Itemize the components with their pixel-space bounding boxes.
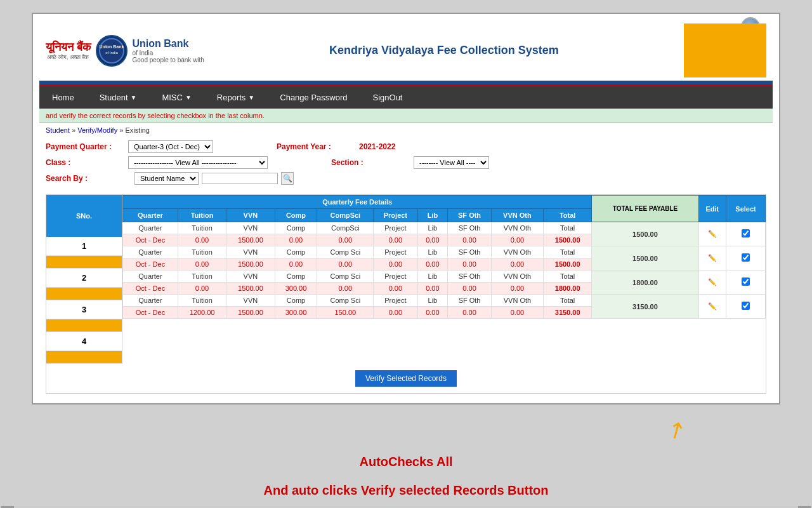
table-row-3-header: Quarter Tuition VVN Comp Comp Sci Projec… [123,271,766,283]
arrow-container: ↗ [0,417,812,443]
edit-icon-2[interactable]: ✏️ [708,254,717,262]
row2-checkbox[interactable] [742,253,750,262]
row1-project: 0.00 [374,234,417,246]
payment-year-label: Payment Year : [277,142,353,151]
nav-change-password[interactable]: Change Password [267,86,360,109]
svg-text:of India: of India [105,51,118,55]
row1-select-cell[interactable] [726,222,766,246]
row3-checkbox[interactable] [742,277,750,286]
row4-edit-btn[interactable]: ✏️ [698,295,726,319]
misc-arrow: ▼ [185,94,192,101]
row1-tuition-lbl: Tuition [178,222,226,234]
table-row-2-header: Quarter Tuition VVN Comp Comp Sci Projec… [123,246,766,258]
logo-left: यूनियन बैंक अच्छे लोग, अच्छा बैंक Union … [46,35,204,67]
sno-4: 4 [46,332,122,351]
search-by-label: Search By : [46,174,122,183]
class-label: Class : [46,158,122,167]
student-name-4 [46,351,122,364]
col-compsci: CompSci [317,209,374,222]
row3-select-cell[interactable] [726,271,766,295]
row1-vvn: 1500.00 [226,234,275,246]
row4-total-fee: 3150.00 [592,295,698,319]
row1-sfoth: 0.00 [448,234,492,246]
col-vvn: VVN [226,209,275,222]
quarterly-fee-header: Quarterly Fee Details [123,196,592,209]
breadcrumb-verify[interactable]: Verify/Modify [77,126,117,134]
row3-total-fee: 1800.00 [592,271,698,295]
bank-logo: Union Bank of India [96,35,128,67]
table-wrapper: SNo. 1 2 3 4 [46,195,766,364]
site-title: Kendriya Vidyalaya Fee Collection System [204,44,684,57]
col-vvn-oth: VVN Oth [491,209,543,222]
row1-compsci: 0.00 [317,234,374,246]
col-sf-oth: SF Oth [448,209,492,222]
nav-home[interactable]: Home [39,86,87,109]
search-button[interactable]: 🔍 [281,172,294,185]
student-name-2 [46,288,122,300]
student-name-3 [46,319,122,332]
row1-quarter-label: Quarter [123,222,178,234]
row2-total-fee: 1500.00 [592,246,698,271]
student-arrow: ▼ [131,94,137,101]
row1-checkbox[interactable] [742,229,750,237]
annotation-container: ↗ AutoChecks All And auto clicks Verify … [0,417,812,500]
section-label: Section : [331,158,407,167]
hindi-logo: यूनियन बैंक अच्छे लोग, अच्छा बैंक [46,41,91,61]
main-table-wrapper: Quarterly Fee Details TOTAL FEE PAYABLE … [122,195,766,364]
table-row-1-header: Quarter Tuition VVN Comp CompSci Project… [123,222,766,234]
edit-header: Edit [698,196,726,222]
col-lib: Lib [417,209,448,222]
form-row-2: Class : ----------------- View All -----… [46,156,766,169]
fee-table: Quarterly Fee Details TOTAL FEE PAYABLE … [122,195,766,319]
row1-comp-lbl: Comp [275,222,317,234]
payment-quarter-label: Payment Quarter : [46,142,122,151]
nav-misc[interactable]: MISC ▼ [149,86,204,109]
row1-tuition: 0.00 [178,234,226,246]
nav-reports[interactable]: Reports ▼ [204,86,267,109]
row1-lib: 0.00 [417,234,448,246]
nav-bar: Home Student ▼ MISC ▼ Reports ▼ Change P… [39,86,773,109]
row3-edit-btn[interactable]: ✏️ [698,271,726,295]
verify-selected-button[interactable]: Verify Selected Records [355,370,457,387]
col-project: Project [374,209,417,222]
row4-select-cell[interactable] [726,295,766,319]
nav-signout[interactable]: SignOut [360,86,416,109]
sno-header: SNo. [46,195,122,237]
total-fee-payable-header: TOTAL FEE PAYABLE [592,196,698,222]
row1-vvnoth: 0.00 [491,234,543,246]
select-header: Select [726,196,766,222]
row1-vvn-lbl: VVN [226,222,275,234]
notice-bar: and verify the correct records by select… [39,109,773,123]
section-select[interactable]: -------- View All ---- [414,156,489,169]
breadcrumb-existing: Existing [125,126,150,134]
row1-total: 1500.00 [543,234,591,246]
reports-arrow: ▼ [248,94,254,101]
sno-2: 2 [46,269,122,288]
table-row-4-header: Quarter Tuition VVN Comp Comp Sci Projec… [123,295,766,307]
search-by-select[interactable]: Student Name [134,172,199,185]
bank-name-block: Union Bank of India Good people to bank … [133,38,204,64]
row4-checkbox[interactable] [742,302,750,310]
breadcrumb-student[interactable]: Student [46,126,70,134]
annotation-line1: AutoChecks All [0,452,812,471]
edit-icon-1[interactable]: ✏️ [708,230,717,237]
edit-icon-3[interactable]: ✏️ [708,278,717,286]
row2-edit-btn[interactable]: ✏️ [698,246,726,271]
edit-icon-4[interactable]: ✏️ [708,302,717,310]
arrow-icon: ↗ [662,414,690,445]
header-badge [684,23,766,77]
row1-comp: 0.00 [275,234,317,246]
search-input[interactable] [202,173,278,184]
col-quarter: Quarter [123,209,178,222]
nav-student[interactable]: Student ▼ [87,86,150,109]
payment-quarter-select[interactable]: Quarter-3 (Oct - Dec) [128,140,213,153]
class-select[interactable]: ----------------- View All -------------… [128,156,268,169]
row2-select-cell[interactable] [726,246,766,271]
breadcrumb: Student » Verify/Modify » Existing [39,123,773,137]
row1-edit-btn[interactable]: ✏️ [698,222,726,246]
row1-quarter-val: Oct - Dec [123,234,178,246]
payment-year-value: 2021-2022 [359,142,395,151]
row1-total-fee: 1500.00 [592,222,698,246]
sno-3: 3 [46,300,122,319]
svg-text:Union Bank: Union Bank [99,44,124,49]
